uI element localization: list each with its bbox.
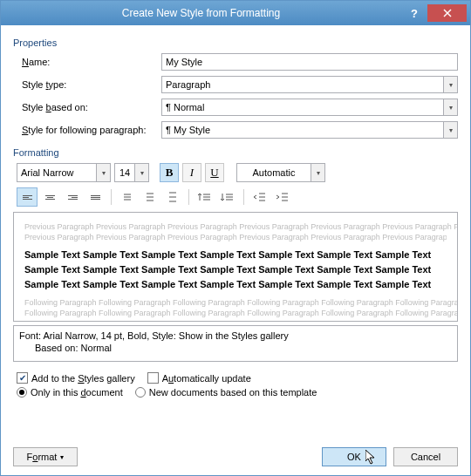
- italic-button[interactable]: I: [182, 163, 201, 182]
- paragraph-toolbar: [17, 187, 458, 207]
- chevron-down-icon: ▾: [443, 77, 457, 92]
- chevron-down-icon: ▾: [60, 453, 64, 461]
- font-color-combo[interactable]: ▾: [236, 163, 325, 182]
- space-before-dec-button[interactable]: [217, 187, 238, 207]
- close-icon: [443, 9, 452, 17]
- based-on-label: Style based on:: [22, 102, 161, 112]
- indent-left-icon: [253, 191, 267, 203]
- spacing-loose-icon: [167, 191, 179, 203]
- para-space-up-icon: [198, 191, 212, 203]
- window-title: Create New Style from Formatting: [1, 7, 401, 19]
- chevron-down-icon: ▾: [97, 163, 111, 182]
- ok-button[interactable]: OK: [322, 447, 386, 466]
- space-before-inc-button[interactable]: [195, 187, 215, 207]
- line-spacing-1-button[interactable]: [117, 187, 138, 207]
- indent-right-icon: [276, 191, 290, 203]
- cancel-button[interactable]: Cancel: [393, 447, 458, 466]
- underline-button[interactable]: U: [205, 163, 224, 182]
- font-family-combo[interactable]: ▾: [17, 163, 111, 182]
- only-this-doc-radio[interactable]: Only in this document: [17, 387, 123, 398]
- chevron-down-icon: ▾: [135, 163, 149, 182]
- align-justify-button[interactable]: [85, 187, 106, 207]
- para-space-down-icon: [221, 191, 235, 203]
- spacing-med-icon: [144, 191, 156, 203]
- chevron-down-icon: ▾: [443, 99, 457, 115]
- align-right-button[interactable]: [62, 187, 83, 207]
- following-select[interactable]: ▾: [161, 121, 458, 139]
- name-input[interactable]: [161, 53, 458, 71]
- help-button[interactable]: ?: [401, 4, 427, 22]
- chevron-down-icon: ▾: [311, 163, 325, 182]
- name-label: Name:: [22, 57, 161, 67]
- style-description: Font: Arial Narrow, 14 pt, Bold, Style: …: [13, 325, 458, 362]
- style-type-label: Style type:: [22, 79, 161, 90]
- font-size-combo[interactable]: ▾: [114, 163, 149, 182]
- add-to-gallery-checkbox[interactable]: ✔Add to the Styles gallery: [17, 372, 135, 384]
- style-type-select[interactable]: ▾: [161, 76, 458, 93]
- bold-button[interactable]: B: [160, 163, 179, 182]
- format-menu-button[interactable]: Format▾: [13, 447, 78, 466]
- align-center-button[interactable]: [39, 187, 60, 207]
- preview-sample: Sample Text Sample Text Sample Text Samp…: [24, 248, 447, 292]
- spacing-tight-icon: [121, 191, 133, 203]
- preview-pane: Previous Paragraph Previous Paragraph Pr…: [13, 212, 458, 322]
- font-toolbar: ▾ ▾ B I U ▾: [17, 163, 458, 182]
- chevron-down-icon: ▾: [443, 122, 457, 138]
- align-left-button[interactable]: [17, 187, 38, 207]
- titlebar: Create New Style from Formatting ?: [1, 1, 470, 25]
- formatting-label: Formatting: [13, 147, 458, 158]
- line-spacing-2-button[interactable]: [162, 187, 183, 207]
- auto-update-checkbox[interactable]: Automatically update: [147, 372, 251, 384]
- line-spacing-15-button[interactable]: [140, 187, 160, 207]
- properties-label: Properties: [13, 37, 458, 48]
- close-button[interactable]: [427, 4, 467, 22]
- new-docs-radio[interactable]: New documents based on this template: [135, 387, 317, 398]
- following-label: Style for following paragraph:: [22, 125, 161, 135]
- preview-prev-ghost: Previous Paragraph Previous Paragraph Pr…: [24, 221, 447, 232]
- indent-decrease-button[interactable]: [249, 187, 270, 207]
- dialog-create-style: Create New Style from Formatting ? Prope…: [0, 0, 471, 476]
- based-on-select[interactable]: ▾: [161, 99, 458, 116]
- indent-increase-button[interactable]: [272, 187, 293, 207]
- preview-next-ghost: Following Paragraph Following Paragraph …: [24, 297, 447, 308]
